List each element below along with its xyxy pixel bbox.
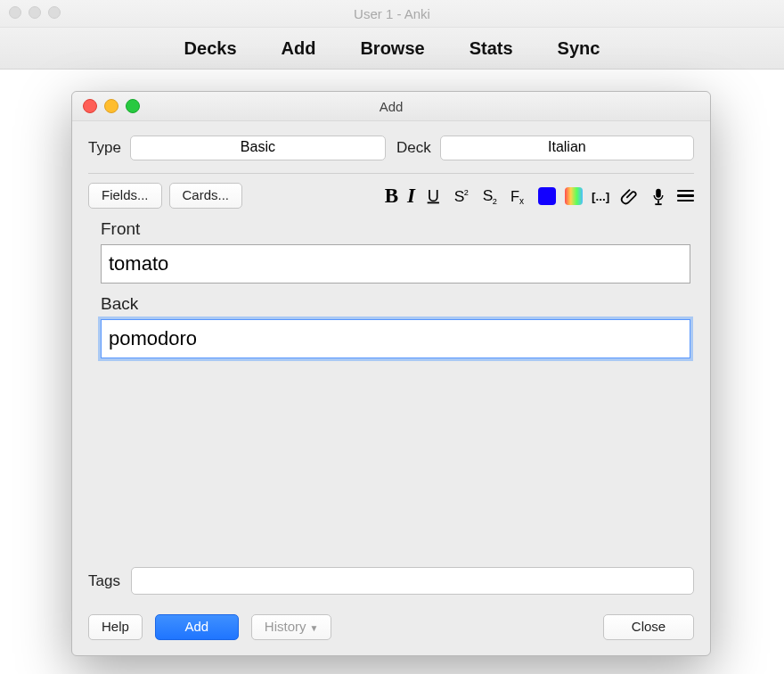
zoom-icon[interactable] — [48, 6, 61, 19]
clear-format-icon[interactable]: Fx — [510, 186, 529, 206]
back-label: Back — [101, 294, 690, 314]
type-label: Type — [88, 139, 121, 157]
note-type-selector[interactable]: Basic — [130, 136, 386, 160]
toolbar-item-add[interactable]: Add — [282, 38, 316, 59]
svg-rect-9 — [657, 200, 659, 203]
toolbar-item-sync[interactable]: Sync — [558, 38, 600, 59]
deck-label: Deck — [396, 139, 431, 157]
svg-text:S: S — [454, 187, 465, 205]
more-options-icon[interactable] — [677, 187, 694, 205]
highlight-color-icon[interactable] — [565, 187, 583, 205]
back-input[interactable] — [101, 319, 690, 358]
type-deck-row: Type Basic Deck Italian — [88, 136, 694, 160]
underline-icon[interactable]: U — [424, 186, 444, 206]
main-window-title: User 1 - Anki — [354, 6, 430, 21]
front-input[interactable] — [101, 244, 690, 284]
svg-text:2: 2 — [493, 197, 497, 206]
subscript-icon[interactable]: S2 — [481, 186, 501, 206]
svg-rect-8 — [656, 188, 661, 197]
deck-selector[interactable]: Italian — [440, 136, 694, 160]
italic-icon[interactable]: I — [407, 185, 415, 208]
toolbar-item-browse[interactable]: Browse — [360, 38, 424, 59]
main-toolbar: Decks Add Browse Stats Sync — [0, 28, 784, 70]
minimize-icon[interactable] — [29, 6, 41, 19]
close-icon[interactable] — [9, 6, 21, 19]
help-button[interactable]: Help — [88, 614, 143, 640]
main-window-traffic-lights — [9, 6, 61, 19]
zoom-icon[interactable] — [126, 99, 140, 113]
text-color-icon[interactable] — [538, 187, 556, 205]
svg-text:x: x — [519, 196, 524, 206]
record-audio-icon[interactable] — [649, 186, 668, 206]
toolbar-item-stats[interactable]: Stats — [470, 38, 513, 59]
chevron-down-icon: ▼ — [310, 623, 319, 633]
dialog-footer: Help Add History▼ Close — [88, 612, 694, 641]
add-card-dialog: Add Type Basic Deck Italian Fields... Ca… — [71, 91, 711, 656]
front-label: Front — [101, 219, 690, 239]
add-button[interactable]: Add — [155, 614, 239, 640]
fields-button[interactable]: Fields... — [88, 183, 162, 209]
svg-text:S: S — [483, 186, 494, 204]
close-button[interactable]: Close — [603, 614, 694, 640]
cloze-icon[interactable]: [...] — [592, 186, 611, 206]
tags-row: Tags — [88, 567, 694, 595]
dialog-traffic-lights — [83, 99, 140, 113]
svg-text:F: F — [510, 187, 519, 203]
history-button[interactable]: History▼ — [251, 614, 332, 640]
svg-text:[...]: [...] — [592, 190, 609, 203]
main-window-titlebar: User 1 - Anki — [0, 0, 784, 28]
svg-text:U: U — [428, 186, 439, 205]
close-icon[interactable] — [83, 99, 97, 113]
superscript-icon[interactable]: S2 — [453, 186, 472, 206]
tags-input[interactable] — [131, 567, 694, 595]
front-field-wrap: Front — [101, 219, 690, 284]
minimize-icon[interactable] — [104, 99, 118, 113]
back-field-wrap: Back — [101, 294, 690, 358]
dialog-title: Add — [380, 99, 404, 114]
divider — [88, 173, 694, 174]
format-toolbar: B I U S2 S2 Fx [...] — [385, 185, 694, 208]
toolbar-item-decks[interactable]: Decks — [184, 38, 237, 59]
svg-rect-10 — [655, 203, 661, 205]
tags-label: Tags — [88, 572, 120, 590]
fields-cards-row: Fields... Cards... B I U S2 S2 Fx — [88, 183, 694, 209]
bold-icon[interactable]: B — [385, 185, 398, 208]
dialog-titlebar: Add — [72, 92, 710, 121]
svg-text:2: 2 — [464, 188, 469, 197]
history-label: History — [265, 619, 306, 634]
cards-button[interactable]: Cards... — [169, 183, 243, 209]
attach-icon[interactable] — [620, 186, 640, 206]
